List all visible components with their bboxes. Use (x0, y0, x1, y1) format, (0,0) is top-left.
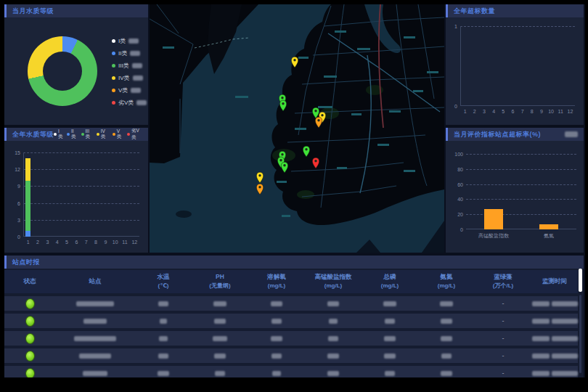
date-redacted (532, 336, 550, 341)
panel-header: 全年水质等级 I类II类III类IV类V类劣V类 (4, 128, 148, 141)
legend-item: II类 (67, 128, 78, 140)
gridline (466, 184, 576, 185)
panel-annual-exceedance: 全年超标数量 10123456789101112 (446, 4, 584, 125)
panel-header: 当月评价指标站点超标率(%) (446, 128, 584, 141)
x-tick-label: 6 (511, 109, 514, 114)
panel-indicator-rate: 当月评价指标站点超标率(%) 020406080100高锰酸盐指数氨氮 (446, 128, 584, 253)
x-tick-label: 氨氮 (544, 232, 554, 240)
value-cell (248, 336, 305, 341)
x-tick-label: 10 (548, 109, 554, 114)
station-cell (55, 319, 135, 324)
value-cell (248, 301, 305, 306)
value-redacted (385, 319, 395, 324)
panel-title: 当月评价指标站点超标率(%) (454, 130, 541, 139)
x-tick-label: 2 (473, 109, 476, 114)
value-cell (248, 371, 305, 376)
map-park (297, 190, 314, 199)
table-row[interactable]: - (4, 314, 578, 328)
y-axis (23, 152, 24, 237)
value-redacted (329, 319, 338, 324)
table-row[interactable]: - (4, 296, 578, 311)
legend-label: II类 (118, 49, 127, 57)
algae-value: - (502, 317, 505, 324)
legend-dot (112, 39, 115, 43)
donut-hole (43, 52, 82, 91)
value-cell (135, 371, 192, 376)
status-cell (4, 351, 55, 362)
table-scrollbar-track[interactable] (579, 295, 581, 373)
rate-bar-chart: 020406080100高锰酸盐指数氨氮 (466, 154, 576, 229)
value-redacted (159, 336, 168, 341)
panel-header: 站点时报 (4, 256, 584, 269)
value-cell (192, 319, 248, 324)
value-cell (305, 301, 362, 306)
value-cell (135, 336, 192, 341)
annual-legend: I类II类III类IV类V类劣V类 (54, 128, 142, 141)
table-scrollbar-thumb[interactable] (579, 269, 582, 292)
gridline (466, 199, 576, 200)
column-header: 水温(℃) (135, 273, 192, 290)
table-row[interactable]: - (4, 348, 578, 363)
table-body: ----- (4, 296, 578, 377)
algae-cell: - (475, 369, 531, 377)
y-tick-label: 1 (446, 24, 457, 29)
map-island (176, 211, 192, 218)
value-redacted (271, 319, 282, 324)
city-map[interactable] (150, 4, 444, 253)
status-cell (4, 316, 55, 327)
legend-item: III类 (112, 60, 147, 72)
status-cell (4, 333, 55, 344)
algae-cell: - (475, 317, 531, 324)
value-redacted (215, 371, 225, 376)
value-redacted (214, 354, 226, 359)
legend-value-redacted (132, 63, 142, 68)
legend-dot (113, 133, 115, 136)
status-ok-indicator (25, 298, 35, 309)
gridline (466, 154, 576, 155)
y-tick-label: 12 (9, 167, 20, 172)
x-tick-label: 7 (85, 240, 88, 245)
time-cell (531, 336, 578, 341)
legend-label: III类 (86, 128, 93, 140)
value-redacted (158, 371, 169, 376)
y-tick-label: 100 (452, 152, 463, 157)
value-cell (418, 371, 475, 376)
x-axis (460, 105, 575, 106)
header-action-redacted[interactable] (565, 131, 578, 137)
x-tick-label: 10 (113, 240, 118, 245)
legend-item: II类 (112, 47, 147, 60)
station-name-redacted (79, 354, 111, 359)
legend-dot (54, 133, 57, 136)
table-row[interactable]: - (4, 366, 578, 377)
value-cell (135, 319, 192, 324)
value-cell (418, 354, 475, 359)
value-cell (362, 336, 418, 341)
panel-title: 全年水质等级 (12, 130, 54, 139)
y-tick-label: 80 (452, 166, 463, 171)
legend-item: IV类 (112, 72, 147, 84)
value-cell (418, 336, 475, 341)
date-redacted (532, 301, 550, 306)
exceedance-chart: 10123456789101112 (460, 26, 575, 106)
legend-value-redacted (136, 100, 147, 105)
column-header: 氨氮(mg/L) (418, 273, 475, 290)
legend-label: 劣V类 (118, 99, 134, 107)
value-cell (362, 301, 418, 306)
panel-month-water-grade: 当月水质等级 I类II类III类IV类V类劣V类 (4, 4, 148, 125)
value-cell (248, 354, 305, 359)
time-redacted (552, 354, 578, 359)
value-cell (418, 319, 475, 324)
value-redacted (441, 319, 452, 324)
legend-label: IV类 (101, 128, 109, 140)
table-row[interactable]: - (4, 331, 578, 346)
legend-item: I类 (112, 35, 147, 47)
date-redacted (532, 371, 550, 376)
column-header: 站点 (55, 277, 135, 286)
algae-value: - (502, 352, 505, 359)
legend-item: V类 (112, 84, 147, 97)
time-cell (531, 319, 578, 324)
panel-map[interactable] (150, 4, 444, 253)
legend-label: I类 (58, 128, 63, 140)
column-header: 溶解氧(mg/L) (248, 273, 305, 290)
algae-cell: - (475, 352, 531, 359)
